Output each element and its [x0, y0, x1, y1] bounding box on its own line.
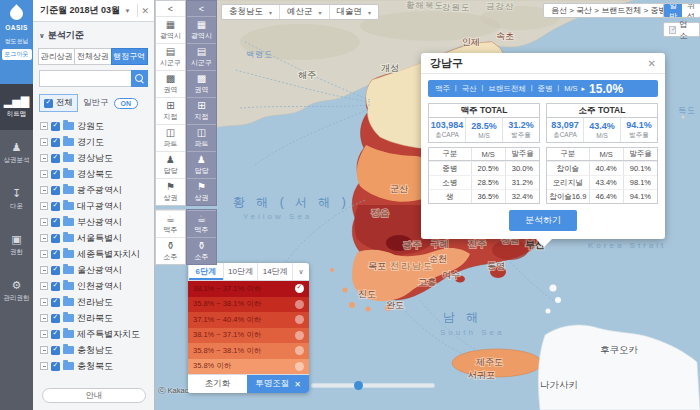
- analyze-button[interactable]: 분석하기: [509, 210, 577, 231]
- map-type-option[interactable]: 위성: [682, 4, 700, 17]
- legend-step[interactable]: 35.8% ~ 38.1% 이하: [188, 297, 309, 313]
- tree-checkbox-icon[interactable]: [51, 218, 60, 227]
- tree-expand-icon[interactable]: [40, 314, 48, 322]
- analysis-criteria-section[interactable]: ∨분석기준: [39, 29, 148, 42]
- legend-step[interactable]: 37.1% ~ 40.4% 이하: [188, 312, 309, 328]
- sidebar-menu-item[interactable]: ↧ 다운: [0, 176, 33, 222]
- criteria-tab[interactable]: 전체상권: [74, 48, 111, 65]
- place-checkbox[interactable]: 업소: [663, 22, 700, 37]
- layer-toggle[interactable]: ▩ 권역: [156, 70, 185, 97]
- legend-collapse-chevron-icon[interactable]: ∨: [292, 263, 309, 280]
- sidebar-menu-item[interactable]: ▣ 권한: [0, 222, 33, 268]
- legend-step-tab[interactable]: 6단계: [188, 263, 223, 280]
- layer-toggle[interactable]: ▦ 광역시: [187, 16, 216, 43]
- tree-expand-icon[interactable]: [40, 250, 48, 258]
- toolbar-collapse-button[interactable]: <: [187, 1, 216, 16]
- tree-checkbox-icon[interactable]: [51, 154, 60, 163]
- tree-checkbox-icon[interactable]: [51, 314, 60, 323]
- legend-step[interactable]: 38.1% ~ 37.1% 이하: [188, 281, 309, 297]
- tree-checkbox-icon[interactable]: [51, 298, 60, 307]
- opacity-slider-knob[interactable]: [354, 381, 363, 390]
- region-search-input[interactable]: [39, 70, 131, 87]
- tree-expand-icon[interactable]: [40, 266, 48, 274]
- sidebar-menu-item[interactable]: ♟ 상권분석: [0, 130, 33, 176]
- legend-step-radio[interactable]: [295, 346, 304, 355]
- tree-checkbox-icon[interactable]: [51, 266, 60, 275]
- layer-toggle[interactable]: ◫ 파트: [187, 124, 216, 151]
- tree-expand-icon[interactable]: [40, 122, 48, 130]
- panel-close-icon[interactable]: ✕: [141, 6, 149, 16]
- region-tree-row[interactable]: 강원도: [39, 118, 148, 134]
- tree-checkbox-icon[interactable]: [51, 170, 60, 179]
- select-all-checkbox[interactable]: 전체: [39, 94, 78, 112]
- map-type-option[interactable]: 일반: [664, 4, 682, 17]
- legend-step-radio[interactable]: [295, 331, 304, 340]
- region-tree-row[interactable]: 세종특별자치시: [39, 246, 148, 262]
- criteria-tab[interactable]: 행정구역: [111, 48, 148, 65]
- legend-step[interactable]: 38.1% ~ 37.1% 이하: [188, 328, 309, 344]
- opacity-close-icon[interactable]: ✕: [294, 380, 301, 389]
- month-dropdown-caret-icon[interactable]: ▼: [121, 8, 135, 14]
- legend-step-radio[interactable]: [295, 315, 304, 324]
- tree-checkbox-icon[interactable]: [51, 346, 60, 355]
- legend-reset-button[interactable]: 초기화: [188, 375, 247, 393]
- region-tree-row[interactable]: 전라북도: [39, 310, 148, 326]
- tree-checkbox-icon[interactable]: [51, 186, 60, 195]
- sidebar-menu-item[interactable]: ▂▅▇ 히트맵: [0, 84, 33, 130]
- region-tree-row[interactable]: 전라남도: [39, 294, 148, 310]
- sidebar-menu-item[interactable]: ⚙ 관리권한: [0, 268, 33, 314]
- layer-toggle[interactable]: ⚑ 상권: [187, 178, 216, 205]
- toolbar-collapse-button[interactable]: <: [156, 1, 185, 16]
- guide-button[interactable]: 안내: [42, 388, 146, 403]
- layer-toggle[interactable]: ▤ 시군구: [156, 43, 185, 70]
- legend-step-radio[interactable]: [295, 362, 304, 371]
- region-tree-row[interactable]: 충청남도: [39, 342, 148, 358]
- tree-checkbox-icon[interactable]: [51, 250, 60, 259]
- tree-checkbox-icon[interactable]: [51, 202, 60, 211]
- layer-toggle[interactable]: ▦ 광역시: [156, 16, 185, 43]
- logout-button[interactable]: 로그아웃: [2, 49, 32, 60]
- region-tree-row[interactable]: 충청북도: [39, 358, 148, 374]
- legend-step[interactable]: 35.8% ~ 38.1% 이하: [188, 343, 309, 359]
- layer-toggle[interactable]: ♟ 담당: [187, 151, 216, 178]
- region-tree-row[interactable]: 제주특별자치도: [39, 326, 148, 342]
- layer-toggle[interactable]: ▩ 권역: [187, 70, 216, 97]
- tree-checkbox-icon[interactable]: [51, 282, 60, 291]
- legend-step[interactable]: 35.8% 이하: [188, 359, 309, 375]
- tree-expand-icon[interactable]: [40, 298, 48, 306]
- tree-expand-icon[interactable]: [40, 202, 48, 210]
- region-tree-row[interactable]: 부산광역시: [39, 214, 148, 230]
- layer-toggle[interactable]: ▤ 시군구: [187, 43, 216, 70]
- tree-expand-icon[interactable]: [40, 234, 48, 242]
- layer-toggle[interactable]: ♟ 담당: [156, 151, 185, 178]
- tree-checkbox-icon[interactable]: [51, 234, 60, 243]
- tree-expand-icon[interactable]: [40, 186, 48, 194]
- legend-step-radio[interactable]: [295, 284, 304, 293]
- search-button[interactable]: [131, 70, 148, 87]
- tree-expand-icon[interactable]: [40, 138, 48, 146]
- layer-toggle[interactable]: ⊞ 지점: [156, 97, 185, 124]
- district-on-toggle[interactable]: ON: [114, 98, 139, 109]
- opacity-slider[interactable]: [312, 384, 434, 387]
- layer-toggle[interactable]: ⊞ 지점: [187, 97, 216, 124]
- tree-checkbox-icon[interactable]: [51, 362, 60, 371]
- liquor-layer-toggle[interactable]: ☕ 맥주: [187, 210, 216, 237]
- legend-step-tab[interactable]: 14단계: [257, 263, 292, 280]
- layer-toggle[interactable]: ⚑ 상권: [156, 178, 185, 205]
- tree-expand-icon[interactable]: [40, 282, 48, 290]
- region-tree-row[interactable]: 광주광역시: [39, 182, 148, 198]
- tree-checkbox-icon[interactable]: [51, 122, 60, 131]
- region-tree-row[interactable]: 경기도: [39, 134, 148, 150]
- region-tree-row[interactable]: 대구광역시: [39, 198, 148, 214]
- tree-expand-icon[interactable]: [40, 154, 48, 162]
- region-tree-row[interactable]: 울산광역시: [39, 262, 148, 278]
- area-dropdown[interactable]: 대술면 ▾: [330, 5, 379, 19]
- tree-expand-icon[interactable]: [40, 330, 48, 338]
- liquor-layer-toggle[interactable]: ⚱ 소주: [187, 237, 216, 264]
- tree-checkbox-icon[interactable]: [51, 138, 60, 147]
- liquor-layer-toggle[interactable]: ☕ 맥주: [156, 210, 185, 237]
- liquor-layer-toggle[interactable]: ⚱ 소주: [156, 237, 185, 264]
- legend-step-radio[interactable]: [295, 300, 304, 309]
- tree-expand-icon[interactable]: [40, 170, 48, 178]
- region-tree-row[interactable]: 경상남도: [39, 150, 148, 166]
